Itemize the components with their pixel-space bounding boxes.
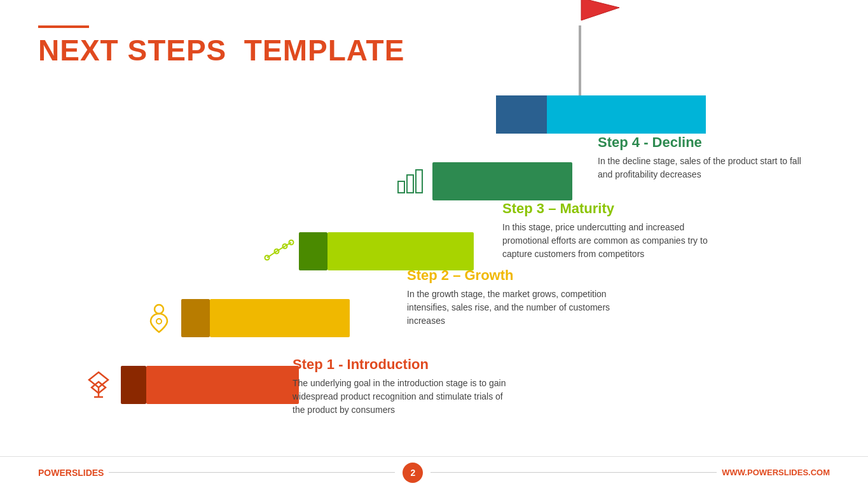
step1-description: Step 1 - Introduction The underlying goa… — [293, 356, 509, 417]
step4-bar-main — [432, 162, 572, 200]
step2-icon — [137, 300, 181, 335]
flag-pole — [579, 25, 581, 95]
step4-text: In the decline stage, sales of the produ… — [598, 155, 814, 181]
step3-bar-accent — [299, 232, 327, 270]
svg-rect-12 — [416, 170, 422, 193]
step3-text: In this stage, price undercutting and in… — [502, 221, 719, 261]
footer: POWERSLIDES 2 WWW.POWERSLIDES.COM — [0, 456, 868, 488]
step3-bar-main — [327, 232, 474, 270]
step2-description: Step 2 – Growth In the growth stage, the… — [407, 267, 623, 328]
step2-bar-main — [210, 299, 350, 337]
brand-red: SLIDES — [72, 468, 104, 478]
step5-bar-dark — [496, 95, 547, 134]
page-title: NEXT STEPS TEMPLATE — [38, 34, 830, 67]
step1-title: Step 1 - Introduction — [293, 356, 509, 373]
svg-point-5 — [156, 319, 162, 324]
step5-bar-main — [547, 95, 706, 134]
step1-row — [76, 366, 299, 404]
title-black: NEXT STEPS — [38, 34, 226, 67]
footer-page-number: 2 — [403, 463, 423, 483]
step4-icon — [388, 164, 432, 199]
step5-platform-row — [496, 95, 706, 134]
footer-center: 2 — [109, 463, 717, 483]
main-content: Step 1 - Introduction The underlying goa… — [38, 80, 830, 436]
step3-title: Step 3 – Maturity — [502, 200, 719, 217]
step4-bar — [432, 162, 572, 200]
page-container: NEXT STEPS TEMPLATE — [0, 0, 868, 488]
footer-line-right — [431, 472, 717, 473]
step3-bar — [299, 232, 474, 270]
footer-brand: POWERSLIDES — [38, 468, 104, 478]
footer-website: WWW.POWERSLIDES.COM — [722, 468, 830, 477]
step5-bar — [496, 95, 706, 134]
header-accent — [38, 25, 89, 28]
step4-description: Step 4 - Decline In the decline stage, s… — [598, 134, 814, 181]
flag-svg — [575, 0, 626, 33]
step2-bar-accent — [181, 299, 210, 337]
step1-icon — [76, 367, 121, 402]
step1-bar — [121, 366, 299, 404]
footer-line-left — [109, 472, 395, 473]
step1-text: The underlying goal in the introduction … — [293, 377, 509, 417]
step3-description: Step 3 – Maturity In this stage, price u… — [502, 200, 719, 261]
svg-rect-10 — [398, 181, 404, 193]
step4-row — [388, 162, 572, 200]
step1-bar-main — [146, 366, 299, 404]
svg-rect-11 — [407, 175, 413, 193]
brand-black: POWER — [38, 468, 72, 478]
step1-bar-accent — [121, 366, 146, 404]
svg-point-4 — [155, 305, 163, 314]
svg-marker-0 — [89, 372, 108, 387]
step2-bar — [181, 299, 350, 337]
title-red: TEMPLATE — [244, 34, 404, 67]
step3-row — [254, 232, 474, 270]
step2-row — [137, 299, 350, 337]
step2-text: In the growth stage, the market grows, c… — [407, 288, 623, 328]
step4-title: Step 4 - Decline — [598, 134, 814, 151]
step3-icon — [254, 234, 299, 268]
